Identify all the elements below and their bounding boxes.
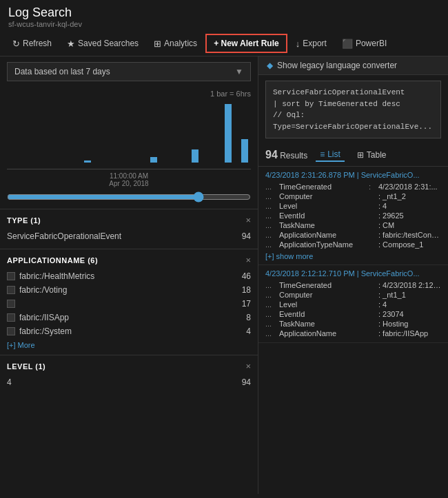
log-field: ... ApplicationName : fabric:/IISApp xyxy=(265,329,441,338)
chart-area: 1 bar = 6hrs 11:00:00 AM Apr 20, 2018 xyxy=(0,87,258,187)
list-item: fabric:/Voting 18 xyxy=(7,283,251,297)
app-checkbox-0[interactable] xyxy=(7,272,15,280)
log-field: ... Level : 4 xyxy=(265,300,441,309)
log-entry-header-0[interactable]: 4/23/2018 2:31:26.878 PM | ServiceFabric… xyxy=(265,171,441,179)
chart-time-label: 11:00:00 AM Apr 20, 2018 xyxy=(7,172,251,187)
export-icon: ↓ xyxy=(296,39,301,49)
list-item: fabric:/IISApp 8 xyxy=(7,311,251,324)
chart-container xyxy=(7,101,251,169)
powerbi-icon: ⬛ xyxy=(342,39,353,49)
app-subtitle: sf-wcus-tanvir-kql-dev xyxy=(8,20,440,28)
chart-bar xyxy=(192,149,198,163)
type-filter-header: TYPE (1) × xyxy=(7,215,251,225)
chart-bar xyxy=(241,139,248,163)
appname-filter-header: APPLICATIONNAME (6) × xyxy=(7,255,251,265)
appname-filter-close[interactable]: × xyxy=(245,255,251,265)
info-icon: ◆ xyxy=(267,61,273,70)
log-field: ... EventId : 29625 xyxy=(265,211,441,220)
query-box: ServiceFabricOperationalEvent | sort by … xyxy=(265,81,441,138)
chart-bar xyxy=(225,104,232,163)
new-alert-button[interactable]: + New Alert Rule xyxy=(205,34,287,53)
powerbi-button[interactable]: ⬛ PowerBI xyxy=(335,35,394,52)
log-field: ... TaskName : Hosting xyxy=(265,319,441,329)
date-selector[interactable]: Data based on last 7 days ▼ xyxy=(7,62,251,81)
list-item: fabric:/System 4 xyxy=(7,324,251,338)
left-panel: Data based on last 7 days ▼ 1 bar = 6hrs… xyxy=(0,56,258,494)
app-checkbox-3[interactable] xyxy=(7,313,15,322)
list-view-button[interactable]: ≡ List xyxy=(316,148,345,162)
log-field: ... Level : 4 xyxy=(265,201,441,211)
log-field: ... ApplicationTypeName : Compose_1 xyxy=(265,240,441,249)
app-title: Log Search xyxy=(8,6,440,20)
chevron-down-icon: ▼ xyxy=(235,67,243,76)
level-filter-section: LEVEL (1) × 4 94 xyxy=(0,355,258,395)
chart-bars xyxy=(7,101,251,163)
list-item: fabric:/HealthMetrics 46 xyxy=(7,269,251,283)
list-icon: ≡ xyxy=(320,149,325,159)
log-field: ... TaskName : CM xyxy=(265,220,441,230)
chart-bar xyxy=(150,157,157,163)
saved-searches-button[interactable]: ★ Saved Searches xyxy=(60,35,145,52)
type-filter-close[interactable]: × xyxy=(245,215,251,225)
app-checkbox-2[interactable] xyxy=(7,300,15,308)
star-icon: ★ xyxy=(67,39,75,49)
log-field: ... Computer : _nt1_2 xyxy=(265,191,441,201)
list-item: 17 xyxy=(7,297,251,311)
log-entry-0: 4/23/2018 2:31:26.878 PM | ServiceFabric… xyxy=(258,167,448,265)
level-filter-item: 4 94 xyxy=(7,375,251,389)
app-checkbox-4[interactable] xyxy=(7,327,15,335)
time-range-slider[interactable] xyxy=(7,191,251,203)
log-entry-header-1[interactable]: 4/23/2018 2:12:12.710 PM | ServiceFabric… xyxy=(265,269,441,278)
log-field: ... Computer : _nt1_1 xyxy=(265,290,441,300)
toolbar: ↻ Refresh ★ Saved Searches ⊞ Analytics +… xyxy=(0,31,448,56)
right-panel: ◆ Show legacy language converter Service… xyxy=(258,56,448,494)
export-button[interactable]: ↓ Export xyxy=(289,35,334,52)
results-header: 94 Results ≡ List ⊞ Table xyxy=(258,144,448,167)
log-field: ... TimeGenerated : 4/23/2018 2:12:1... xyxy=(265,280,441,290)
chart-bar xyxy=(84,160,91,163)
legacy-bar: ◆ Show legacy language converter xyxy=(258,56,448,75)
main-layout: Data based on last 7 days ▼ 1 bar = 6hrs… xyxy=(0,56,448,494)
chart-scale-label: 1 bar = 6hrs xyxy=(7,90,251,98)
slider-container xyxy=(0,187,258,209)
show-more-0[interactable]: [+] show more xyxy=(265,252,441,260)
level-filter-close[interactable]: × xyxy=(245,361,251,371)
log-entry-1: 4/23/2018 2:12:12.710 PM | ServiceFabric… xyxy=(258,265,448,343)
level-filter-header: LEVEL (1) × xyxy=(7,361,251,371)
refresh-button[interactable]: ↻ Refresh xyxy=(6,35,59,52)
app-filter-more[interactable]: [+] More xyxy=(7,341,251,349)
log-field: ... ApplicationName : fabric:/testContai… xyxy=(265,230,441,240)
app-header: Log Search sf-wcus-tanvir-kql-dev xyxy=(0,0,448,31)
type-filter-section: TYPE (1) × ServiceFabricOperationalEvent… xyxy=(0,209,258,249)
refresh-icon: ↻ xyxy=(12,39,20,49)
analytics-icon: ⊞ xyxy=(154,39,161,49)
table-icon: ⊞ xyxy=(357,150,364,160)
type-filter-item: ServiceFabricOperationalEvent 94 xyxy=(7,229,251,243)
appname-filter-section: APPLICATIONNAME (6) × fabric:/HealthMetr… xyxy=(0,249,258,355)
log-field: ... TimeGenerated : 4/23/2018 2:31:... xyxy=(265,182,441,191)
table-view-button[interactable]: ⊞ Table xyxy=(353,149,391,161)
legacy-label: Show legacy language converter xyxy=(277,61,397,70)
log-field: ... EventId : 23074 xyxy=(265,309,441,319)
app-checkbox-1[interactable] xyxy=(7,286,15,294)
analytics-button[interactable]: ⊞ Analytics xyxy=(147,35,204,52)
results-count: 94 Results xyxy=(265,149,307,161)
